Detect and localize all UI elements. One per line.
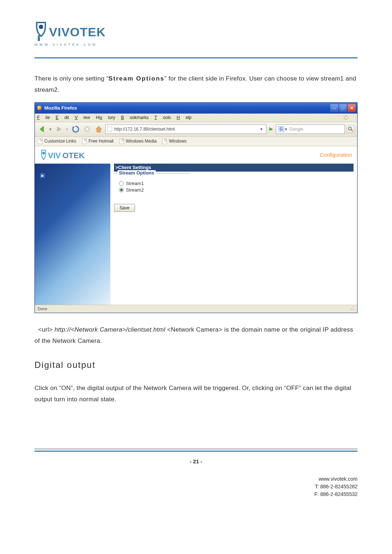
- svg-rect-2: [38, 37, 40, 41]
- digital-output-paragraph: Click on “ON”, the digital output of the…: [34, 382, 358, 405]
- intro-paragraph: There is only one setting “Stream Option…: [34, 73, 358, 96]
- main-panel: >Client Settings Stream Options Stream1 …: [110, 164, 357, 305]
- footer-tel: T: 886-2-82455282: [34, 483, 358, 491]
- firefox-window: Mozilla Firefox ─ □ ✕ File Edit View His…: [34, 102, 358, 313]
- svg-text:OTEK: OTEK: [62, 151, 85, 160]
- bookmarks-toolbar: Customize Links Free Hotmail Windows Med…: [35, 137, 357, 146]
- firefox-icon: [37, 106, 42, 111]
- svg-rect-12: [353, 308, 354, 309]
- radio-label: Stream1: [126, 181, 144, 186]
- bookmark-free-hotmail[interactable]: Free Hotmail: [82, 139, 114, 144]
- bookmark-label: Customize Links: [44, 139, 76, 144]
- reload-button[interactable]: [70, 124, 81, 134]
- bookmark-customize-links[interactable]: Customize Links: [38, 139, 76, 144]
- svg-point-1: [38, 35, 40, 37]
- home-button[interactable]: [94, 124, 104, 134]
- status-text: Done: [38, 307, 47, 311]
- svg-rect-14: [351, 309, 352, 310]
- page-number: - 21 -: [34, 458, 358, 464]
- radio-stream1[interactable]: Stream1: [119, 181, 185, 186]
- footer-fax: F: 886-2-82455532: [34, 491, 358, 498]
- menu-history[interactable]: History: [96, 115, 115, 120]
- google-engine-icon[interactable]: G: [278, 126, 284, 132]
- svg-text:VIVOTEK: VIVOTEK: [49, 25, 106, 39]
- bookmark-label: Windows: [169, 139, 187, 144]
- menu-file[interactable]: File: [37, 115, 50, 120]
- url-dropdown-icon[interactable]: ▾: [258, 127, 265, 132]
- url-text: http://172.16.7.89/clientset.html: [114, 127, 175, 132]
- header-rule: [34, 57, 358, 58]
- menu-bookmarks[interactable]: Bookmarks: [121, 115, 148, 120]
- search-box[interactable]: G ▾ Google: [276, 124, 345, 134]
- footer-rule-thin: [34, 449, 358, 449]
- svg-point-0: [39, 25, 43, 29]
- configuration-link[interactable]: Configuration: [320, 152, 352, 158]
- back-dropdown-icon[interactable]: ▼: [49, 127, 52, 131]
- svg-rect-13: [350, 309, 351, 310]
- back-button[interactable]: [37, 124, 47, 134]
- svg-line-6: [351, 130, 353, 131]
- menu-edit[interactable]: Edit: [56, 115, 69, 120]
- menu-bar: File Edit View History Bookmarks Tools H…: [35, 114, 357, 122]
- maximize-button[interactable]: □: [339, 104, 347, 112]
- bookmark-label: Windows Media: [126, 139, 157, 144]
- svg-rect-11: [351, 308, 352, 309]
- arrow-right-icon: ▶: [40, 173, 45, 178]
- url-note-paragraph: <url> http://<Network Camera>/clientset.…: [34, 324, 358, 347]
- page-icon: [162, 139, 167, 144]
- menu-tools[interactable]: Tools: [154, 115, 171, 120]
- footer-rule-thick: [34, 451, 358, 452]
- intro-lead: There is only one setting “: [34, 75, 109, 82]
- svg-point-5: [348, 127, 351, 130]
- sidebar-item-label: Home: [48, 173, 61, 178]
- left-sidebar: ▶ Home: [35, 164, 110, 305]
- search-go-button[interactable]: [346, 125, 355, 134]
- stop-button[interactable]: [82, 124, 92, 134]
- page-icon: [38, 139, 42, 144]
- window-title: Mozilla Firefox: [44, 105, 330, 111]
- page-header-row: VIV OTEK Configuration: [35, 146, 357, 164]
- radio-label: Stream2: [126, 187, 144, 193]
- bookmark-windows[interactable]: Windows: [162, 139, 187, 144]
- url-bar[interactable]: http://172.16.7.89/clientset.html ▾: [105, 124, 266, 134]
- status-bar: Done: [35, 305, 357, 313]
- svg-text:VIV: VIV: [48, 151, 61, 160]
- bookmark-windows-media[interactable]: Windows Media: [119, 139, 157, 144]
- footer-contact: www.vivotek.com T: 886-2-82455282 F: 886…: [34, 475, 358, 498]
- radio-checked-icon: [119, 188, 124, 192]
- url-note-italic: http://<Network Camera>/clientset.html: [54, 326, 165, 333]
- search-placeholder: Google: [289, 127, 303, 132]
- search-engine-dropdown-icon[interactable]: ▾: [285, 127, 287, 132]
- nav-toolbar: ▼ ▼ http://172.16.7.89/clientset.html ▾ …: [35, 122, 357, 137]
- svg-point-9: [42, 152, 45, 155]
- logo-url-line: W W W . V I V O T E K . C O M: [34, 43, 358, 46]
- forward-dropdown-icon[interactable]: ▼: [65, 127, 69, 131]
- bookmark-label: Free Hotmail: [89, 139, 114, 144]
- stream-options-fieldset: Stream Options Stream1 Stream2: [114, 173, 190, 199]
- save-button[interactable]: Save: [114, 204, 135, 212]
- radio-stream2[interactable]: Stream2: [119, 187, 185, 193]
- svg-rect-10: [353, 307, 354, 307]
- page-icon: [82, 139, 87, 144]
- throbber-icon: [343, 114, 349, 121]
- go-button[interactable]: [268, 126, 274, 132]
- menu-view[interactable]: View: [75, 115, 90, 120]
- fieldset-legend: Stream Options: [118, 170, 156, 176]
- page-vivotek-logo: VIV OTEK: [40, 149, 98, 161]
- minimize-button[interactable]: ─: [330, 104, 338, 112]
- page-icon: [119, 139, 124, 144]
- svg-rect-15: [353, 309, 354, 310]
- url-note-lead: <url>: [38, 326, 54, 333]
- sidebar-item-home[interactable]: ▶ Home: [40, 173, 105, 178]
- close-button[interactable]: ✕: [348, 104, 356, 112]
- forward-button[interactable]: [54, 124, 64, 134]
- intro-strong: Stream Options: [109, 75, 165, 82]
- window-titlebar[interactable]: Mozilla Firefox ─ □ ✕: [35, 103, 357, 114]
- section-heading-digital-output: Digital output: [34, 360, 358, 370]
- footer-site: www.vivotek.com: [34, 475, 358, 483]
- page-favicon-icon: [107, 127, 112, 132]
- resize-grip-icon[interactable]: [349, 306, 354, 312]
- vivotek-logo: VIVOTEK W W W . V I V O T E K . C O M: [34, 22, 358, 46]
- menu-help[interactable]: Help: [177, 115, 192, 120]
- radio-icon: [119, 181, 124, 186]
